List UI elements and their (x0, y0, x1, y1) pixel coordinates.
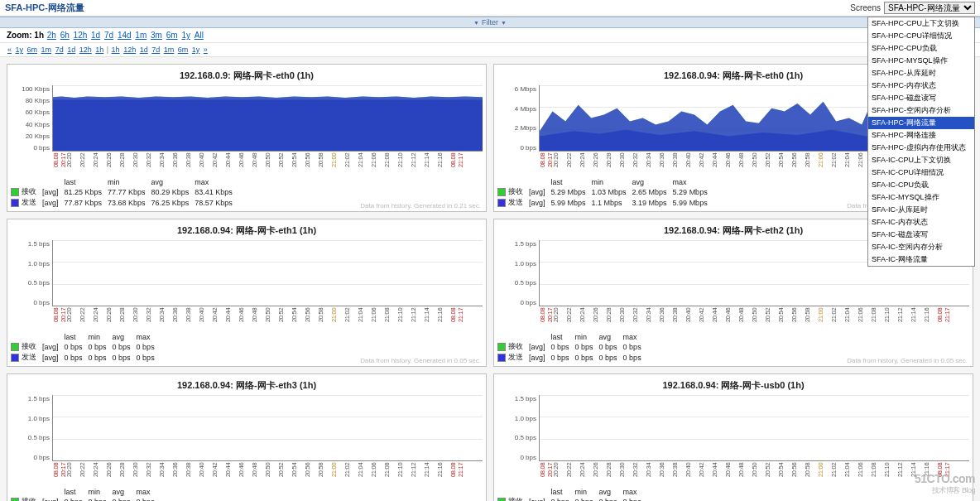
nav-link[interactable]: 1h (95, 46, 103, 54)
dropdown-item[interactable]: SFA-HPC-从库延时 (868, 67, 974, 79)
nav-link[interactable]: 1m (41, 46, 52, 54)
nav-link[interactable]: 7d (151, 46, 160, 54)
nav-link[interactable]: » (204, 46, 208, 54)
generated-text: Data from history. Generated in 0.05 sec… (360, 357, 481, 364)
plot-area (539, 395, 969, 461)
zoom-option[interactable]: 1h (34, 31, 44, 40)
y-axis: 1.5 bps1.0 bps0.5 bps0 bps (11, 240, 52, 306)
nav-link[interactable]: 1m (164, 46, 175, 54)
zoom-option[interactable]: 14d (118, 31, 132, 40)
x-axis: 08.08 20:1720:2020:2220:2420:2620:2820:3… (539, 308, 969, 330)
dropdown-item[interactable]: SFA-HPC-网络流量 (868, 117, 974, 129)
dropdown-item[interactable]: SFA-IC-CPU详细情况 (868, 166, 974, 179)
dropdown-item[interactable]: SFA-IC-空闲内存分析 (868, 241, 974, 253)
screens-dropdown-list[interactable]: SFA-HPC-CPU上下文切换SFA-HPC-CPU详细情况SFA-HPC-C… (867, 17, 975, 267)
dropdown-item[interactable]: SFA-IC-磁盘读写 (868, 229, 974, 241)
filter-bar[interactable]: Filter (0, 17, 980, 28)
charts-grid: 192.168.0.9: 网络-网卡-eth0 (1h) 100 Kbps80 … (0, 57, 980, 501)
plot-area (52, 85, 483, 152)
nav-link[interactable]: « (7, 46, 12, 54)
dropdown-item[interactable]: SFA-IC-CPU上下文切换 (868, 154, 974, 166)
dropdown-item[interactable]: SFA-HPC-MYSQL操作 (868, 55, 974, 67)
y-axis: 1.5 bps1.0 bps0.5 bps0 bps (497, 395, 539, 461)
dropdown-item[interactable]: SFA-HPC-虚拟内存使用状态 (868, 142, 974, 154)
dropdown-item[interactable]: SFA-HPC-CPU负载 (868, 42, 974, 55)
chart-plot[interactable]: 1.5 bps1.0 bps0.5 bps0 bps (11, 395, 483, 461)
zoom-links: Zoom: 1h 2h 6h 12h 1d 7d 14d 1m 3m 6m 1y… (7, 31, 204, 40)
dropdown-item[interactable]: SFA-IC-MYSQL操作 (868, 191, 974, 204)
plot-area (52, 240, 483, 306)
screens-label: Screens (850, 3, 881, 12)
plot-area (52, 395, 483, 461)
chart-title: 192.168.0.94: 网络-网卡-usb0 (1h) (497, 378, 969, 395)
chart-title: 192.168.0.94: 网络-网卡-eth3 (1h) (11, 378, 483, 395)
chart-plot[interactable]: 1.5 bps1.0 bps0.5 bps0 bps (11, 240, 483, 306)
x-axis: 08.08 20:1720:2020:2220:2420:2620:2820:3… (539, 463, 969, 484)
x-axis: 08.08 20:1720:2020:2220:2420:2620:2820:3… (52, 153, 483, 175)
zoom-option[interactable]: 6m (166, 31, 178, 40)
chart-title: 192.168.0.9: 网络-网卡-eth0 (1h) (11, 68, 483, 85)
chart-plot[interactable]: 100 Kbps80 Kbps60 Kbps40 Kbps20 Kbps0 bp… (11, 85, 483, 152)
nav-link[interactable]: 7d (55, 46, 64, 54)
dropdown-item[interactable]: SFA-HPC-内存状态 (868, 79, 974, 92)
chart-legend: lastminavgmax接收[avg]0 bps0 bps0 bps0 bps… (11, 488, 483, 501)
filter-toggle[interactable]: Filter (473, 18, 507, 26)
dropdown-item[interactable]: SFA-HPC-CPU上下文切换 (868, 17, 974, 30)
nav-link[interactable]: 1y (192, 46, 200, 54)
nav-link[interactable]: 1d (67, 46, 75, 54)
zoom-option[interactable]: 3m (151, 31, 162, 40)
chart-title: 192.168.0.94: 网络-网卡-eth1 (1h) (11, 223, 483, 240)
screens-dropdown[interactable]: SFA-HPC-网络流量 (884, 2, 975, 14)
zoom-option[interactable]: All (195, 31, 204, 40)
dropdown-item[interactable]: SFA-HPC-网络连接 (868, 129, 974, 142)
y-axis: 6 Mbps4 Mbps2 Mbps0 bps (497, 85, 539, 152)
y-axis: 100 Kbps80 Kbps60 Kbps40 Kbps20 Kbps0 bp… (11, 85, 52, 152)
nav-link[interactable]: 6m (27, 46, 38, 54)
dropdown-item[interactable]: SFA-HPC-CPU详细情况 (868, 30, 974, 42)
nav-link[interactable]: 12h (123, 46, 136, 54)
nav-link[interactable]: 6m (178, 46, 189, 54)
nav-link[interactable]: 12h (79, 46, 92, 54)
zoom-option[interactable]: 1y (181, 31, 190, 40)
chart-plot[interactable]: 1.5 bps1.0 bps0.5 bps0 bps (497, 395, 969, 461)
dropdown-item[interactable]: SFA-IC-网络流量 (868, 253, 974, 266)
y-axis: 1.5 bps1.0 bps0.5 bps0 bps (497, 240, 539, 306)
chart-panel: 192.168.0.94: 网络-网卡-eth1 (1h) 1.5 bps1.0… (7, 219, 487, 367)
chart-panel: 192.168.0.9: 网络-网卡-eth0 (1h) 100 Kbps80 … (7, 64, 487, 212)
chart-legend: lastminavgmax接收[avg]0 bps0 bps0 bps0 bps… (497, 488, 969, 501)
watermark: 51CTO.com技术博客 Blog (915, 472, 975, 496)
nav-link[interactable]: 1h (112, 46, 120, 54)
y-axis: 1.5 bps1.0 bps0.5 bps0 bps (11, 395, 52, 461)
zoom-option[interactable]: 1m (135, 31, 147, 40)
dropdown-item[interactable]: SFA-IC-CPU负载 (868, 179, 974, 191)
page-title: SFA-HPC-网络流量 (5, 2, 84, 14)
top-bar: SFA-HPC-网络流量 Screens SFA-HPC-网络流量 SFA-HP… (0, 0, 980, 17)
dropdown-item[interactable]: SFA-IC-内存状态 (868, 216, 974, 229)
chart-panel: 192.168.0.94: 网络-网卡-eth3 (1h) 1.5 bps1.0… (7, 373, 487, 501)
dropdown-item[interactable]: SFA-HPC-空闲内存分析 (868, 104, 974, 117)
x-axis: 08.08 20:1720:2020:2220:2420:2620:2820:3… (52, 308, 483, 330)
x-axis: 08.08 20:1720:2020:2220:2420:2620:2820:3… (52, 463, 483, 484)
zoom-option[interactable]: 2h (47, 31, 56, 40)
nav-link[interactable]: 1y (16, 46, 24, 54)
generated-text: Data from history. Generated in 0.21 sec… (360, 202, 481, 210)
zoom-option[interactable]: 12h (74, 31, 88, 40)
dropdown-item[interactable]: SFA-HPC-磁盘读写 (868, 92, 974, 104)
generated-text: Data from history. Generated in 0.05 sec… (847, 357, 968, 364)
chart-panel: 192.168.0.94: 网络-网卡-usb0 (1h) 1.5 bps1.0… (493, 373, 973, 501)
zoom-row: Zoom: 1h 2h 6h 12h 1d 7d 14d 1m 3m 6m 1y… (0, 28, 980, 43)
nav-link[interactable]: 1d (140, 46, 148, 54)
zoom-option[interactable]: 7d (104, 31, 113, 40)
zoom-option[interactable]: 1d (91, 31, 100, 40)
nav-row: « 1y 6m 1m 7d 1d 12h 1h | 1h 12h 1d 7d 1… (0, 43, 980, 57)
zoom-option[interactable]: 6h (60, 31, 70, 40)
screens-selector: Screens SFA-HPC-网络流量 SFA-HPC-CPU上下文切换SFA… (850, 2, 975, 14)
dropdown-item[interactable]: SFA-IC-从库延时 (868, 204, 974, 216)
